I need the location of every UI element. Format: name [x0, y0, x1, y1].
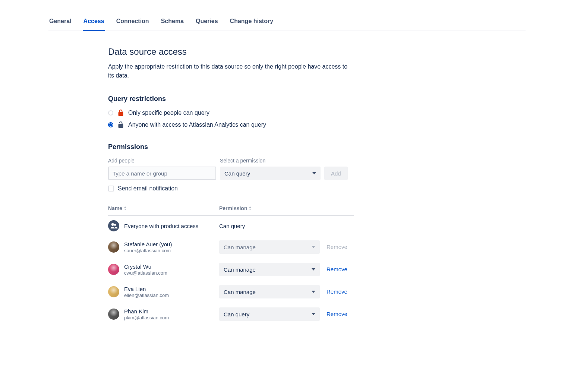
permission-value: Can query	[224, 311, 249, 317]
avatar	[108, 309, 119, 320]
column-name[interactable]: Name	[108, 205, 219, 211]
remove-button: Remove	[327, 244, 347, 250]
permission-select-label: Select a permission	[220, 158, 321, 164]
tab-queries[interactable]: Queries	[195, 15, 219, 31]
add-people-input[interactable]	[108, 167, 216, 180]
chevron-down-icon	[312, 313, 315, 315]
row-permission-select[interactable]: Can query	[219, 307, 320, 321]
tab-connection[interactable]: Connection	[116, 15, 150, 31]
entity-email: elien@atlassian.com	[124, 293, 219, 298]
sort-icon	[249, 206, 252, 210]
notify-checkbox[interactable]	[108, 186, 114, 192]
table-end-divider	[108, 327, 354, 327]
tab-access[interactable]: Access	[83, 15, 105, 31]
sort-icon	[124, 206, 127, 210]
entity-email: pkim@atlassian.com	[124, 315, 219, 320]
row-permission-select[interactable]: Can manage	[219, 263, 320, 276]
chevron-down-icon	[312, 268, 315, 271]
table-row: Phan Kim pkim@atlassian.com Can query Re…	[108, 303, 354, 325]
row-permission-select: Can manage	[219, 240, 320, 254]
tab-change-history[interactable]: Change history	[229, 15, 274, 31]
restriction-label: Only specific people can query	[128, 110, 209, 116]
chevron-down-icon	[312, 246, 315, 248]
lock-open-icon	[118, 121, 124, 128]
permission-value: Can manage	[224, 244, 256, 250]
page-description: Apply the appropriate restriction to thi…	[108, 62, 354, 80]
restriction-label: Anyone with access to Atlassian Analytic…	[128, 121, 266, 128]
radio-input[interactable]	[108, 122, 113, 127]
table-row: Eva Lien elien@atlassian.com Can manage …	[108, 281, 354, 303]
entity-name: Crystal Wu	[124, 263, 219, 270]
permissions-table-header: Name Permission	[108, 205, 354, 216]
radio-input[interactable]	[108, 110, 113, 116]
table-row: Crystal Wu cwu@atlassian.com Can manage …	[108, 258, 354, 281]
restrictions-group: Only specific people can query Anyone wi…	[108, 110, 354, 128]
restrictions-heading: Query restrictions	[108, 95, 354, 103]
permission-select[interactable]: Can query	[220, 167, 321, 180]
permission-value: Can query	[219, 223, 320, 229]
table-row: Everyone with product access Can query	[108, 216, 354, 236]
permission-value: Can manage	[224, 289, 256, 295]
group-icon	[108, 220, 119, 231]
entity-name: Everyone with product access	[124, 223, 219, 229]
tabs: General Access Connection Schema Queries…	[48, 15, 526, 31]
lock-closed-icon	[118, 110, 124, 116]
tab-schema[interactable]: Schema	[160, 15, 184, 31]
add-button[interactable]: Add	[324, 167, 348, 180]
permissions-heading: Permissions	[108, 143, 354, 151]
restriction-option-specific[interactable]: Only specific people can query	[108, 110, 354, 116]
avatar	[108, 286, 119, 297]
remove-button[interactable]: Remove	[327, 311, 347, 317]
avatar	[108, 264, 119, 275]
avatar	[108, 241, 119, 253]
page-title: Data source access	[108, 47, 354, 57]
table-row: Stefanie Auer (you) sauer@atlassian.com …	[108, 236, 354, 258]
permission-value: Can manage	[224, 266, 256, 273]
tab-general[interactable]: General	[48, 15, 72, 31]
remove-button[interactable]: Remove	[327, 266, 347, 272]
entity-name: Phan Kim	[124, 308, 219, 314]
row-permission-select[interactable]: Can manage	[219, 285, 320, 298]
remove-button[interactable]: Remove	[327, 288, 347, 295]
permission-select-value: Can query	[224, 170, 250, 177]
add-people-label: Add people	[108, 158, 216, 164]
column-permission[interactable]: Permission	[219, 205, 354, 211]
restriction-option-anyone[interactable]: Anyone with access to Atlassian Analytic…	[108, 121, 354, 128]
notify-label: Send email notification	[118, 185, 178, 192]
chevron-down-icon	[312, 291, 315, 293]
entity-name: Eva Lien	[124, 286, 219, 292]
chevron-down-icon	[312, 172, 316, 174]
entity-name: Stefanie Auer (you)	[124, 241, 219, 247]
entity-email: cwu@atlassian.com	[124, 270, 219, 276]
entity-email: sauer@atlassian.com	[124, 248, 219, 253]
